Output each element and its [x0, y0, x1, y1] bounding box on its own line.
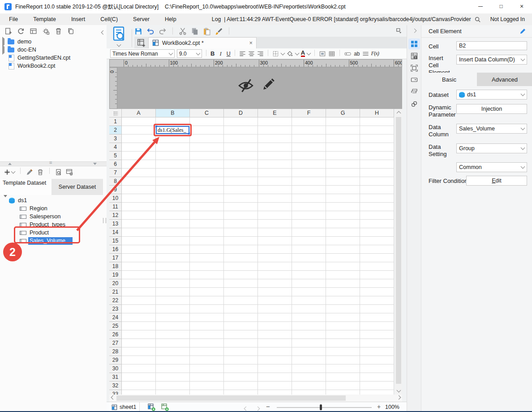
dataset-field-product[interactable]: Product [0, 229, 107, 237]
search-icon[interactable] [474, 16, 481, 23]
column-header-h[interactable]: H [360, 109, 394, 117]
add-report-sheet-icon[interactable] [148, 403, 155, 411]
cell-f29[interactable] [292, 356, 326, 364]
cell-g22[interactable] [326, 296, 360, 305]
cell-g24[interactable] [326, 313, 360, 322]
tab-basic[interactable]: Basic [421, 73, 477, 86]
font-color-button[interactable]: A [301, 50, 305, 57]
cell-b28[interactable] [156, 347, 190, 356]
splitter-up-icon[interactable] [8, 163, 12, 165]
cell-f26[interactable] [292, 330, 326, 339]
cell-f2[interactable] [292, 126, 326, 134]
fill-color-icon[interactable] [287, 51, 293, 57]
cell-d4[interactable] [224, 143, 258, 152]
edit-dataset-icon[interactable] [26, 169, 33, 176]
cell-c32[interactable] [190, 382, 224, 390]
zoom-slider-thumb[interactable] [320, 404, 322, 410]
cell-a1[interactable] [122, 117, 156, 126]
cell-attribute-panel-icon[interactable] [408, 51, 420, 61]
paste-icon[interactable] [203, 27, 211, 35]
cell-f10[interactable] [292, 194, 326, 203]
row-header-31[interactable]: 31 [109, 373, 122, 382]
cell-b12[interactable] [156, 211, 190, 220]
cell-c24[interactable] [190, 313, 224, 322]
cell-b27[interactable] [156, 339, 190, 347]
row-header-19[interactable]: 19 [109, 271, 122, 279]
cell-e25[interactable] [258, 322, 292, 330]
tab-close-icon[interactable]: × [249, 39, 253, 46]
splitter-handle-icon[interactable]: = [49, 160, 52, 165]
dataset-field-region[interactable]: Region [0, 204, 107, 213]
cell-f12[interactable] [292, 211, 326, 220]
cell-g30[interactable] [326, 364, 360, 373]
cell-b9[interactable] [156, 186, 190, 194]
cell-e10[interactable] [258, 194, 292, 203]
cell-f7[interactable] [292, 169, 326, 177]
cell-f8[interactable] [292, 177, 326, 186]
cell-h25[interactable] [360, 322, 394, 330]
add-dataset-button[interactable] [4, 169, 15, 176]
cell-d11[interactable] [224, 203, 258, 211]
cell-g26[interactable] [326, 330, 360, 339]
select-all-corner[interactable] [109, 109, 122, 117]
row-header-3[interactable]: 3 [109, 134, 122, 143]
unmerge-cells-icon[interactable] [328, 51, 335, 57]
row-header-25[interactable]: 25 [109, 322, 122, 330]
cell-d6[interactable] [224, 160, 258, 169]
row-header-15[interactable]: 15 [109, 237, 122, 245]
cut-icon[interactable] [179, 27, 187, 35]
data-column-select[interactable]: Sales_Volume [456, 124, 527, 134]
cell-g33[interactable] [326, 390, 360, 395]
cell-c31[interactable] [190, 373, 224, 382]
settings-gear-icon[interactable] [42, 27, 50, 35]
cell-c23[interactable] [190, 305, 224, 313]
cell-a20[interactable] [122, 279, 156, 288]
cell-h22[interactable] [360, 296, 394, 305]
cell-f32[interactable] [292, 382, 326, 390]
merge-cells-icon[interactable] [319, 51, 326, 57]
italic-button[interactable]: I [219, 50, 221, 57]
cell-h10[interactable] [360, 194, 394, 203]
cell-g16[interactable] [326, 245, 360, 254]
cell-e29[interactable] [258, 356, 292, 364]
row-header-10[interactable]: 10 [109, 194, 122, 203]
cell-c11[interactable] [190, 203, 224, 211]
cell-b32[interactable] [156, 382, 190, 390]
edit-pencil-icon[interactable] [262, 77, 276, 91]
cell-b10[interactable] [156, 194, 190, 203]
sheet-nav-right-icon[interactable] [256, 405, 259, 412]
cell-g29[interactable] [326, 356, 360, 364]
tab-server-dataset[interactable]: Server Dataset [51, 179, 103, 195]
align-left-icon[interactable] [239, 51, 246, 57]
cell-g7[interactable] [326, 169, 360, 177]
cell-c18[interactable] [190, 262, 224, 271]
cell-a3[interactable] [122, 134, 156, 143]
panel-splitter[interactable]: = [0, 161, 107, 166]
cell-a10[interactable] [122, 194, 156, 203]
cell-c29[interactable] [190, 356, 224, 364]
cell-a22[interactable] [122, 296, 156, 305]
splitter-down-icon[interactable] [93, 163, 97, 165]
cell-d12[interactable] [224, 211, 258, 220]
cell-f14[interactable] [292, 228, 326, 237]
refresh-icon[interactable] [17, 27, 25, 35]
cell-e24[interactable] [258, 313, 292, 322]
cell-b4[interactable] [156, 143, 190, 152]
cell-d31[interactable] [224, 373, 258, 382]
copy-template-icon[interactable] [67, 27, 75, 35]
cell-g4[interactable] [326, 143, 360, 152]
scroll-left-icon[interactable] [109, 395, 116, 402]
undo-icon[interactable] [146, 27, 154, 35]
cell-f1[interactable] [292, 117, 326, 126]
vertical-scrollbar[interactable] [395, 109, 402, 395]
cell-d29[interactable] [224, 356, 258, 364]
file-tree-item-demo[interactable]: demo [0, 38, 107, 46]
cell-b13[interactable] [156, 220, 190, 228]
row-header-16[interactable]: 16 [109, 245, 122, 254]
template-version-icon[interactable] [30, 27, 37, 35]
formula-button[interactable]: F(x) [371, 50, 379, 57]
row-header-21[interactable]: 21 [109, 288, 122, 296]
redo-icon[interactable] [159, 27, 167, 35]
cell-d19[interactable] [224, 271, 258, 279]
cell-h31[interactable] [360, 373, 394, 382]
